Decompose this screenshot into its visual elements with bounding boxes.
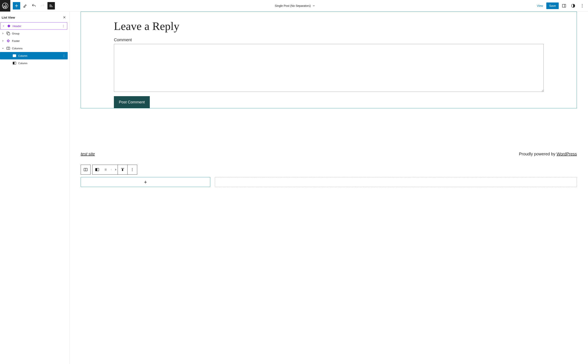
template-part-icon — [6, 24, 11, 28]
svg-point-31 — [132, 170, 133, 171]
edit-tool-button[interactable] — [21, 2, 29, 9]
svg-point-8 — [63, 27, 64, 27]
site-footer: test site Proudly powered by WordPress — [81, 152, 577, 156]
tree-item-columns[interactable]: Columns — [0, 45, 68, 52]
tree-item-more[interactable] — [60, 24, 67, 28]
list-view-sidebar: List View Header Group F — [0, 12, 70, 364]
svg-rect-1 — [562, 4, 566, 7]
group-icon — [6, 31, 11, 36]
comment-label: Comment — [114, 38, 544, 42]
tree-item-more[interactable] — [60, 54, 68, 57]
columns-icon — [6, 46, 11, 51]
tree-item-footer[interactable]: Footer — [0, 37, 68, 45]
drag-handle[interactable] — [102, 165, 109, 174]
svg-point-15 — [64, 56, 64, 56]
svg-rect-18 — [13, 62, 15, 64]
svg-point-23 — [106, 169, 106, 169]
svg-point-26 — [105, 170, 105, 170]
reply-title: Leave a Reply — [114, 20, 544, 32]
svg-point-7 — [63, 26, 64, 26]
svg-point-22 — [105, 169, 105, 169]
save-button[interactable]: Save — [546, 2, 559, 9]
toolbar-right: View Save — [535, 2, 588, 9]
expand-toggle[interactable] — [1, 47, 5, 49]
tree-item-label: Group — [12, 32, 19, 35]
block-more-button[interactable] — [128, 165, 137, 174]
svg-point-14 — [64, 54, 64, 55]
add-block-button[interactable] — [13, 2, 20, 9]
align-button[interactable] — [118, 165, 127, 174]
tree-item-label: Footer — [12, 39, 20, 43]
settings-sidebar-button[interactable] — [560, 2, 568, 9]
svg-point-24 — [105, 169, 105, 170]
tree-item-column[interactable]: Column — [0, 59, 68, 67]
svg-rect-13 — [13, 54, 15, 57]
block-type-button[interactable] — [92, 165, 102, 174]
list-view-button[interactable] — [47, 2, 55, 9]
svg-rect-21 — [96, 168, 97, 171]
powered-by-text: Proudly powered by WordPress — [519, 152, 577, 156]
view-link[interactable]: View — [535, 3, 545, 9]
tree-item-column[interactable]: Column — [0, 52, 68, 59]
expand-toggle[interactable] — [2, 25, 5, 27]
more-options-button[interactable] — [579, 2, 586, 9]
tree-item-label: Columns — [12, 47, 22, 50]
redo-button[interactable] — [39, 2, 46, 9]
add-block-inside-icon[interactable]: + — [144, 179, 147, 185]
post-comment-button[interactable]: Post Comment — [114, 96, 150, 108]
sidebar-title: List View — [2, 16, 15, 19]
column-icon — [12, 53, 17, 58]
template-part-icon — [6, 38, 11, 43]
svg-point-4 — [582, 5, 583, 6]
move-right-button[interactable] — [113, 165, 118, 174]
expand-toggle[interactable] — [1, 32, 5, 34]
tree-item-label: Column — [18, 62, 27, 65]
columns-block[interactable]: + — [81, 177, 577, 187]
move-left-button[interactable] — [109, 165, 113, 174]
block-toolbar — [81, 165, 577, 175]
tree-item-group[interactable]: Group — [0, 30, 68, 37]
tree-item-header[interactable]: Header — [0, 22, 67, 30]
expand-toggle[interactable] — [1, 40, 5, 42]
svg-point-5 — [582, 6, 583, 7]
wp-logo-button[interactable] — [0, 0, 10, 12]
styles-button[interactable] — [569, 2, 577, 9]
comments-form-block[interactable]: Leave a Reply Comment Post Comment — [81, 12, 577, 108]
site-title-link[interactable]: test site — [81, 152, 95, 156]
toolbar-center: Single Post (No Separators) — [55, 4, 535, 7]
svg-point-30 — [132, 169, 133, 170]
svg-point-29 — [132, 168, 133, 169]
undo-button[interactable] — [30, 2, 38, 9]
block-tree: Header Group Footer Columns — [0, 22, 69, 67]
document-title[interactable]: Single Post (No Separators) — [275, 4, 311, 7]
svg-rect-28 — [122, 169, 123, 171]
svg-point-25 — [106, 169, 106, 170]
svg-point-6 — [63, 25, 64, 25]
tree-item-label: Header — [13, 25, 21, 28]
svg-point-27 — [106, 170, 106, 170]
svg-point-16 — [64, 57, 64, 57]
svg-point-3 — [582, 4, 583, 5]
svg-rect-10 — [8, 33, 10, 35]
parent-block-button[interactable] — [81, 165, 90, 174]
toolbar-left — [10, 2, 55, 9]
column-icon — [12, 61, 17, 66]
tree-item-label: Column — [18, 54, 27, 57]
column-block-empty[interactable] — [215, 177, 577, 187]
chevron-down-icon[interactable] — [312, 4, 315, 7]
column-block-selected[interactable]: + — [81, 177, 210, 187]
close-list-view-button[interactable] — [62, 15, 67, 20]
editor-topbar: Single Post (No Separators) View Save — [0, 0, 588, 12]
comment-textarea[interactable] — [114, 44, 544, 92]
editor-canvas: Leave a Reply Comment Post Comment test … — [70, 12, 588, 364]
wordpress-link[interactable]: WordPress — [556, 152, 577, 156]
